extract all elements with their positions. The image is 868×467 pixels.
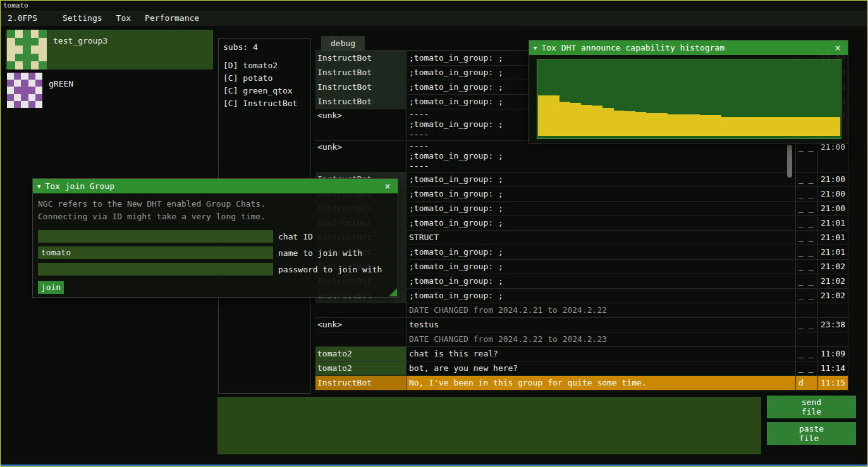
message-cell: testus — [406, 318, 795, 332]
chat-scrollbar[interactable] — [787, 145, 792, 178]
histogram-bar — [700, 115, 711, 136]
time-cell: 11:14 — [817, 361, 848, 375]
collapse-icon[interactable]: ▼ — [37, 183, 40, 190]
histogram-bar — [635, 112, 646, 136]
flags-cell: _ _ — [795, 274, 817, 288]
join-input-chat-id[interactable] — [38, 230, 273, 243]
histogram-bars — [538, 61, 840, 136]
window-title: tomato — [3, 1, 28, 9]
send-file-button[interactable]: send file — [767, 396, 856, 418]
join-info-line2: Connecting via ID might take a very long… — [38, 210, 393, 223]
flags-cell: _ _ — [795, 202, 817, 215]
histogram-bar — [668, 114, 678, 136]
time-cell: 23:38 — [817, 318, 848, 332]
flags-cell — [795, 303, 817, 317]
flags-cell: _ _ — [795, 187, 817, 201]
sender-cell: InstructBot — [315, 66, 406, 80]
join-group-title: Tox join Group — [45, 181, 114, 191]
histogram-bar — [678, 114, 689, 136]
subs-list-item[interactable]: [C] InstructBot — [223, 97, 310, 110]
sender-cell: tomato2 — [315, 347, 406, 361]
sender-cell: InstructBot — [315, 80, 406, 94]
histogram-bar — [592, 106, 602, 136]
join-field-label: name to join with — [278, 248, 362, 258]
sender-cell: <unk> — [315, 318, 406, 332]
histogram-bar — [646, 113, 657, 136]
join-field-label: password to join with — [278, 265, 382, 274]
join-group-titlebar[interactable]: ▼ Tox join Group × — [33, 179, 398, 193]
time-cell: 21:00 — [817, 202, 848, 215]
join-fields: chat IDtomatoname to join withpassword t… — [38, 230, 393, 276]
histogram-bar — [538, 95, 549, 136]
sender-cell: InstructBot — [315, 376, 406, 390]
close-icon[interactable]: × — [382, 181, 393, 192]
message-row[interactable]: tomato2bot, are you new here?_ _11:14 — [315, 361, 848, 376]
time-cell: 21:02 — [817, 274, 848, 288]
histogram-plot[interactable] — [537, 59, 841, 139]
histogram-bar — [786, 117, 797, 136]
message-input[interactable] — [217, 397, 761, 454]
time-cell: 21:01 — [817, 231, 848, 245]
subs-list-item[interactable]: [C] green_qtox — [223, 85, 310, 97]
contact-test-group3[interactable]: test_group3 — [6, 30, 213, 70]
time-cell: 11:09 — [817, 347, 848, 361]
histogram-bar — [808, 117, 819, 136]
join-field-row: password to join with — [38, 263, 393, 276]
tab-debug[interactable]: debug — [321, 36, 365, 51]
message-cell: ;tomato_in_group: ; — [406, 173, 795, 186]
histogram-bar — [797, 117, 808, 136]
flags-cell: _ _ — [795, 231, 817, 245]
flags-cell: _ _ — [795, 318, 817, 332]
message-cell: ---- ;tomato_in_group: ; ---- — [406, 141, 795, 172]
dht-histogram-titlebar[interactable]: ▼ Tox DHT announce capability histogram … — [529, 40, 848, 55]
flags-cell: _ _ — [795, 173, 817, 186]
flags-cell: d — [795, 376, 817, 390]
date-separator-row: DATE CHANGED from 2024.2.22 to 2024.2.23 — [315, 332, 848, 347]
histogram-bar — [743, 117, 754, 136]
flags-cell: _ _ — [795, 289, 817, 303]
resize-grip-icon[interactable] — [389, 288, 397, 296]
message-cell: ;tomato_in_group: ; — [406, 216, 795, 230]
subs-list-item[interactable]: [D] tomato2 — [223, 59, 310, 72]
subs-list-item[interactable]: [C] potato — [223, 72, 310, 85]
menu-item-performance[interactable]: Performance — [138, 11, 206, 26]
menu-item-tox[interactable]: Tox — [109, 11, 138, 26]
paste-file-button[interactable]: paste file — [767, 422, 856, 445]
message-row[interactable]: tomato2chat is this real?_ _11:09 — [315, 347, 848, 361]
message-cell: ;tomato_in_group: ; — [406, 202, 795, 215]
menu-item-2-0fps[interactable]: 2.0FPS — [1, 11, 44, 26]
collapse-icon[interactable]: ▼ — [534, 45, 537, 51]
contact-green[interactable]: gREEN — [6, 73, 213, 109]
date-separator-row: DATE CHANGED from 2024.2.21 to 2024.2.22 — [315, 303, 848, 318]
join-input-name-to-join-with[interactable]: tomato — [38, 246, 273, 259]
histogram-bar — [732, 117, 743, 136]
histogram-bar — [570, 103, 581, 136]
histogram-bar — [819, 117, 829, 136]
contact-name: test_group3 — [53, 30, 107, 70]
join-field-label: chat ID — [278, 232, 313, 241]
time-cell: 21:02 — [817, 289, 848, 303]
close-icon[interactable]: × — [832, 42, 843, 54]
message-row[interactable]: <unk>---- ;tomato_in_group: ; ----_ _21:… — [315, 141, 848, 173]
histogram-bar — [765, 117, 776, 136]
join-input-password-to-join-with[interactable] — [38, 263, 273, 276]
flags-cell — [795, 332, 817, 346]
menubar: 2.0FPSSettingsToxPerformance — [1, 11, 867, 26]
menu-item-settings[interactable]: Settings — [56, 11, 109, 26]
sender-cell: <unk> — [315, 141, 406, 172]
sender-cell: tomato2 — [315, 361, 406, 375]
message-cell: STRUCT — [406, 231, 795, 245]
time-cell: 21:01 — [817, 245, 848, 259]
join-button[interactable]: join — [38, 281, 64, 294]
message-row[interactable]: InstructBotNo, I've been in this group f… — [315, 376, 848, 391]
date-changed-text: DATE CHANGED from 2024.2.21 to 2024.2.22 — [406, 303, 795, 317]
sender-cell: InstructBot — [315, 51, 406, 65]
sender-cell: InstructBot — [315, 95, 406, 109]
sender-cell — [315, 332, 406, 346]
message-cell: chat is this real? — [406, 347, 795, 361]
message-row[interactable]: <unk>testus_ _23:38 — [315, 318, 848, 332]
window-titlebar[interactable]: tomato — [1, 1, 867, 11]
time-cell: 21:00 — [817, 173, 848, 186]
histogram-bar — [549, 95, 559, 136]
histogram-bar — [614, 111, 625, 136]
